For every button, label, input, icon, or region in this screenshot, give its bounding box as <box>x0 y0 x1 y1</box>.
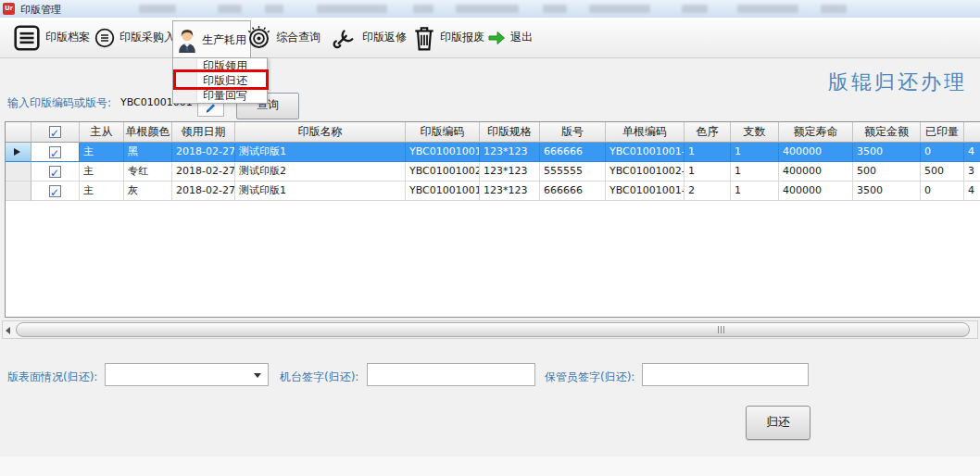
column-header[interactable]: 额定寿命 <box>779 122 853 143</box>
title-bar: Ur 印版管理 <box>0 0 980 19</box>
table-cell[interactable]: 测试印版1 <box>235 182 406 201</box>
checkbox-icon <box>49 166 61 178</box>
column-header[interactable]: 印版名称 <box>235 122 406 143</box>
table-cell[interactable]: 1 <box>685 162 731 182</box>
table-cell[interactable]: 123*123 <box>480 162 540 182</box>
eye-icon <box>246 25 271 50</box>
table-cell[interactable]: 666666 <box>540 143 606 162</box>
table-cell[interactable]: 3500 <box>853 182 921 201</box>
table-cell[interactable]: 4 <box>964 182 980 201</box>
redacted-smudge <box>413 5 433 13</box>
table-cell[interactable]: YBC01001002 <box>406 162 480 182</box>
toolbar-item-plate-repair[interactable]: 印版返修 <box>326 20 410 55</box>
scroll-left-arrow-icon[interactable] <box>6 327 10 334</box>
table-cell[interactable]: 测试印版1 <box>235 143 406 162</box>
column-header[interactable]: 领用日期 <box>172 122 235 143</box>
exit-arrow-icon <box>487 30 506 46</box>
table-cell[interactable]: 0 <box>921 143 964 162</box>
current-row-arrow-icon <box>14 148 20 156</box>
wrench-icon <box>330 24 358 52</box>
column-header[interactable]: 主从 <box>80 122 124 143</box>
table-cell[interactable]: 主 <box>80 143 124 162</box>
toolbar-item-label: 退出 <box>510 30 533 45</box>
toolbar-item-exit[interactable]: 退出 <box>484 20 536 55</box>
menu-item-print-volume-writeback[interactable]: 印量回写 <box>173 88 267 103</box>
table-row[interactable]: 主专红2018-02-27测试印版2YBC01001002123*1235555… <box>6 162 980 182</box>
table-cell[interactable]: 500 <box>853 162 921 182</box>
table-cell[interactable]: 1 <box>731 182 779 201</box>
surface-condition-combobox[interactable] <box>105 363 269 386</box>
table-cell[interactable]: 666666 <box>540 182 606 201</box>
toolbar-item-plate-scrap[interactable]: 印版报废 <box>409 20 488 55</box>
toolbar-item-plate-archive[interactable]: 印版档案 <box>9 20 94 55</box>
table-cell[interactable]: 400000 <box>779 162 853 182</box>
column-header[interactable]: 色序 <box>685 122 731 143</box>
person-icon <box>177 28 197 53</box>
column-header[interactable]: 印版规格 <box>480 122 540 143</box>
bottom-strip <box>0 457 980 476</box>
table-cell[interactable]: 400000 <box>779 143 853 162</box>
toolbar-item-label: 印版报废 <box>440 30 484 45</box>
table-cell[interactable]: 灰 <box>124 182 172 201</box>
redacted-smudge <box>317 5 387 13</box>
table-cell[interactable]: 专红 <box>124 162 172 182</box>
table-cell[interactable]: 1 <box>731 143 779 162</box>
row-selector-cell[interactable] <box>6 162 31 182</box>
table-cell[interactable]: 400000 <box>779 182 853 201</box>
scrollbar-grip-icon <box>718 326 725 333</box>
page-title: 版辊归还办理 <box>828 69 967 96</box>
table-cell[interactable]: 0 <box>921 182 964 201</box>
column-header[interactable]: 单根颜色 <box>124 122 172 143</box>
horizontal-scrollbar[interactable] <box>2 320 978 339</box>
table-cell[interactable]: 2018-02-27 <box>172 182 235 201</box>
table-cell[interactable]: 2 <box>685 182 731 201</box>
table-cell[interactable]: YBC01001001-1 <box>606 143 685 162</box>
column-header[interactable]: 额定金额 <box>853 122 921 143</box>
column-header[interactable]: 印版编码 <box>406 122 480 143</box>
table-cell[interactable]: YBC01001001 <box>406 143 480 162</box>
table-cell[interactable]: YBC01001001 <box>406 182 480 201</box>
table-cell[interactable]: 3500 <box>853 143 921 162</box>
table-cell[interactable]: 4 <box>964 143 980 162</box>
table-cell[interactable]: 1 <box>685 143 731 162</box>
column-header[interactable]: 版号 <box>540 122 606 143</box>
checkbox-icon <box>49 146 61 158</box>
table-row[interactable]: 主灰2018-02-27测试印版1YBC01001001123*12366666… <box>6 182 980 201</box>
row-selector-cell[interactable] <box>6 182 31 201</box>
row-checkbox-cell[interactable] <box>31 162 80 182</box>
table-row[interactable]: 主黑2018-02-27测试印版1YBC01001001123*12366666… <box>6 143 980 162</box>
table-cell[interactable]: YBC01001002-1 <box>606 162 685 182</box>
checkbox-icon <box>49 185 61 197</box>
toolbar-item-comprehensive-query[interactable]: 综合查询 <box>243 20 324 55</box>
row-checkbox-cell[interactable] <box>31 143 80 162</box>
row-checkbox-cell[interactable] <box>31 182 80 201</box>
column-header[interactable]: 支数 <box>731 122 779 143</box>
app-logo-icon: Ur <box>3 3 15 15</box>
return-button[interactable]: 归还 <box>746 406 810 440</box>
table-cell[interactable]: YBC01001001-2 <box>606 182 685 201</box>
keeper-signature-label: 保管员签字(归还): <box>545 370 634 385</box>
table-cell[interactable]: 123*123 <box>480 143 540 162</box>
table-cell[interactable]: 500 <box>921 162 964 182</box>
scrollbar-thumb[interactable] <box>16 322 970 337</box>
table-cell[interactable]: 1 <box>731 162 779 182</box>
column-header[interactable]: 已印量 <box>921 122 964 143</box>
keeper-signature-input[interactable] <box>642 363 809 386</box>
column-header[interactable]: 单根编码 <box>606 122 685 143</box>
toolbar-item-production-consumption[interactable]: 生产耗用 <box>172 20 251 58</box>
table-cell[interactable]: 123*123 <box>480 182 540 201</box>
table-cell[interactable]: 2018-02-27 <box>172 143 235 162</box>
row-selector-cell[interactable] <box>6 143 31 162</box>
table-cell[interactable]: 主 <box>80 162 124 182</box>
table-cell[interactable]: 黑 <box>124 143 172 162</box>
table-cell[interactable]: 555555 <box>540 162 606 182</box>
table-cell[interactable]: 3 <box>964 162 980 182</box>
column-header[interactable] <box>964 122 980 143</box>
select-all-checkbox[interactable] <box>31 122 80 143</box>
redacted-smudge <box>456 5 519 13</box>
table-cell[interactable]: 2018-02-27 <box>172 162 235 182</box>
table-cell[interactable]: 主 <box>80 182 124 201</box>
table-cell[interactable]: 测试印版2 <box>235 162 406 182</box>
machine-signature-input[interactable] <box>367 363 535 386</box>
toolbar: 印版档案 印版采购入库 生产耗用 综合查询 印版返修 印版报废 退出 <box>0 18 980 58</box>
